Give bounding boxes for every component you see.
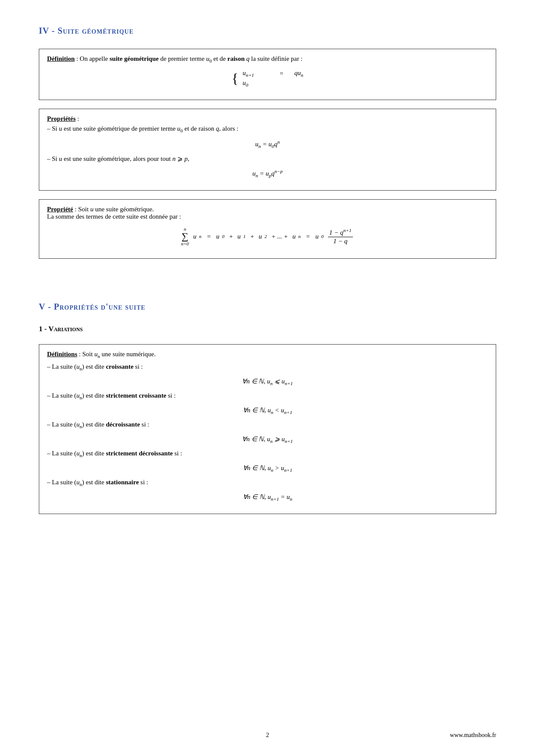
property2-text2: La somme des termes de cette suite est d… — [47, 213, 488, 220]
property2-label: Propriété — [47, 206, 73, 213]
definition-formula: { un+1 = qun u0 — [47, 69, 488, 88]
formula-croissante: ∀n ∈ ℕ, un ⩽ un+1 — [47, 377, 488, 386]
formula-un-upqnp: un = upqn−p — [47, 169, 488, 178]
property2-title-line: Propriété : Soit u une suite géométrique… — [47, 206, 488, 213]
properties-title: Propriétés : — [47, 115, 488, 122]
formula-strictement-decroissante: ∀n ∈ ℕ, un > un+1 — [47, 464, 488, 473]
definition-label: Définition — [47, 55, 75, 62]
sum-formula: n ∑ n=0 un = u0 + u1 + u2 + ... + un = u… — [47, 226, 488, 246]
website-url: www.mathsbook.fr — [450, 732, 496, 739]
formula-lhs-1: un+1 — [242, 69, 268, 78]
def-stationnaire: – La suite (un) est dite stationnaire si… — [47, 479, 488, 487]
definitions-label: Définitions — [47, 351, 77, 358]
page-number: 2 — [39, 732, 496, 739]
section-v: V - Propriétés d'une suite 1 - Variation… — [39, 302, 496, 514]
page-footer: 2 www.mathsbook.fr — [0, 732, 535, 739]
definitions-header: Définitions : Soit un une suite numériqu… — [47, 351, 488, 359]
formula-stationnaire: ∀n ∈ ℕ, un+1 = un — [47, 493, 488, 502]
formula-rhs-1: qun — [294, 69, 303, 78]
def-decroissante: – La suite (un) est dite décroissante si… — [47, 421, 488, 429]
properties-box-1: Propriétés : – Si u est une suite géomét… — [39, 109, 496, 191]
subsection-1-title: 1 - Variations — [39, 325, 496, 333]
definition-intro: : On appelle suite géométrique de premie… — [76, 55, 302, 62]
def-strictement-decroissante: – La suite (un) est dite strictement déc… — [47, 450, 488, 458]
section-iv: IV - Suite géométrique Définition : On a… — [39, 26, 496, 259]
brace-row-2: u0 — [242, 79, 303, 88]
property-line-2: – Si u est une suite géométrique, alors … — [47, 155, 488, 163]
formula-lhs-2: u0 — [242, 79, 268, 88]
definition-box: Définition : On appelle suite géométriqu… — [39, 49, 496, 100]
def-strictement-croissante: – La suite (un) est dite strictement cro… — [47, 392, 488, 400]
formula-decroissante: ∀n ∈ ℕ, un ⩾ un+1 — [47, 435, 488, 444]
section-v-title: V - Propriétés d'une suite — [39, 302, 496, 312]
properties-label: Propriétés — [47, 115, 76, 122]
subsection-1: 1 - Variations Définitions : Soit un une… — [39, 325, 496, 514]
definitions-intro: : Soit un une suite numérique. — [79, 351, 156, 358]
def-croissante: – La suite (un) est dite croissante si : — [47, 363, 488, 371]
definitions-box: Définitions : Soit un une suite numériqu… — [39, 344, 496, 514]
property2-text1: : Soit u une suite géométrique. — [73, 206, 154, 213]
brace-row-1: un+1 = qun — [242, 69, 303, 78]
formula-un-u0qn: un = u0qn — [47, 139, 488, 149]
formula-eq-1: = — [277, 70, 286, 77]
formula-strictement-croissante: ∀n ∈ ℕ, un < un+1 — [47, 406, 488, 415]
definition-text: Définition : On appelle suite géométriqu… — [47, 55, 488, 63]
properties-colon: : — [76, 115, 79, 122]
brace-content: un+1 = qun u0 — [242, 69, 303, 88]
property-box-2: Propriété : Soit u une suite géométrique… — [39, 199, 496, 259]
property-line-1: – Si u est une suite géométrique de prem… — [47, 125, 488, 133]
brace-left: { — [232, 72, 238, 85]
section-iv-title: IV - Suite géométrique — [39, 26, 496, 36]
